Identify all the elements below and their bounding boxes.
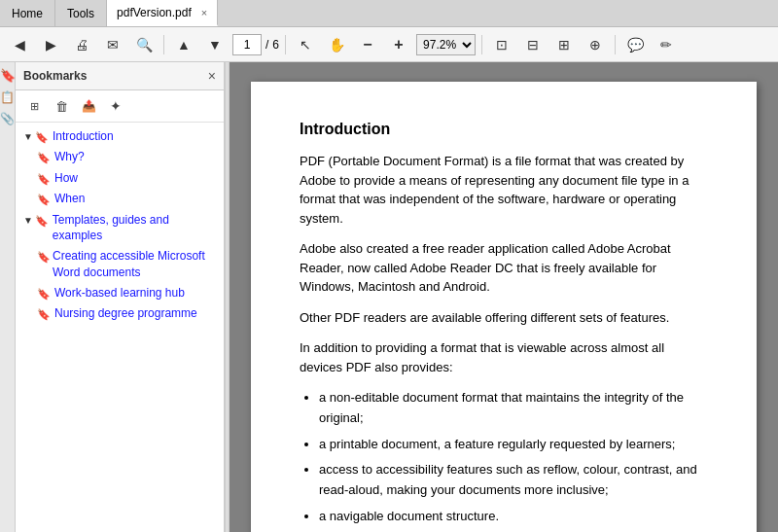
bookmark-work-label: Work-based learning hub [54, 285, 185, 301]
pdf-bullet-4: a navigable document structure. [319, 507, 708, 527]
tools-tab-label: Tools [67, 7, 94, 20]
layers-icon[interactable]: 📋 [0, 90, 15, 104]
bookmark-folder-icon: 🔖 [35, 130, 49, 145]
page-separator: / [265, 38, 268, 52]
pdf-bullet-1: a non-editable document format that main… [319, 388, 708, 429]
back-button[interactable]: ◀ [6, 31, 33, 58]
bookmark-item-icon: 🔖 [37, 151, 51, 165]
fit-page-button[interactable]: ⊡ [488, 31, 515, 58]
email-icon: ✉ [107, 37, 119, 53]
hand-tool-icon: ✋ [329, 37, 345, 53]
bookmark-creating-label: Creating accessible Microsoft Word docum… [53, 248, 220, 281]
separator2 [285, 35, 286, 54]
expand-templates-icon: ▼ [23, 214, 33, 228]
page-number-input[interactable] [232, 34, 262, 55]
total-pages: 6 [272, 38, 279, 52]
pdf-paragraph-3: Other PDF readers are available offering… [300, 308, 708, 328]
expand-icon: ⊞ [30, 100, 39, 113]
main-area: 🔖 📋 📎 Bookmarks × ⊞ 🗑 📤 ✦ ▼ [0, 62, 778, 532]
bookmark-item-icon3: 🔖 [37, 287, 51, 301]
bookmark-templates[interactable]: ▼ 🔖 Templates, guides and examples [16, 210, 224, 247]
zoom-in-icon: + [394, 36, 403, 53]
comment-button[interactable]: 💬 [621, 31, 649, 58]
bookmark-when[interactable]: 🔖 When [16, 189, 224, 209]
print-button[interactable]: 🖨 [68, 31, 95, 58]
pdf-tab[interactable]: pdfVersion.pdf × [107, 0, 218, 26]
export-button[interactable]: 📤 [76, 94, 101, 118]
pdf-bullet-2: a printable document, a feature regularl… [319, 435, 708, 455]
pdf-paragraph-1: PDF (Portable Document Format) is a file… [300, 152, 708, 228]
export-icon: 📤 [82, 99, 96, 113]
bookmark-introduction-label: Introduction [53, 128, 114, 145]
delete-bookmark-button[interactable]: 🗑 [49, 94, 74, 118]
zoom-out-icon: − [363, 36, 371, 53]
pdf-paragraph-4: In addition to providing a format that i… [300, 338, 708, 376]
actual-size-button[interactable]: ⊞ [550, 31, 578, 58]
close-tab-icon[interactable]: × [201, 7, 207, 18]
email-button[interactable]: ✉ [99, 31, 126, 58]
bookmark-item-icon: 🔖 [37, 172, 51, 187]
pdf-page: Introduction PDF (Portable Document Form… [251, 82, 757, 532]
pdf-area[interactable]: Introduction PDF (Portable Document Form… [230, 62, 778, 532]
zoom-select[interactable]: 97.2% 50% 75% 100% 125% 150% [416, 34, 476, 55]
bookmarks-tree: ▼ 🔖 Introduction 🔖 Why? 🔖 How 🔖 When ▼ 🔖… [16, 123, 224, 532]
fit-width-button[interactable]: ⊟ [519, 31, 547, 58]
home-tab[interactable]: Home [0, 0, 55, 26]
bookmark-why[interactable]: 🔖 Why? [16, 147, 224, 167]
cursor-tool-button[interactable]: ↖ [292, 31, 319, 58]
fit-width-icon: ⊟ [527, 37, 539, 53]
add-bookmark-button[interactable]: ✦ [103, 94, 128, 118]
forward-icon: ▶ [46, 37, 56, 53]
separator1 [163, 35, 164, 54]
toolbar: ◀ ▶ 🖨 ✉ 🔍 ▲ ▼ / 6 ↖ ✋ − + 97.2% 50% 75% … [0, 27, 778, 62]
bookmark-item-icon2: 🔖 [37, 250, 49, 265]
bookmark-nursing[interactable]: 🔖 Nursing degree programme [16, 303, 224, 324]
bookmark-work[interactable]: 🔖 Work-based learning hub [16, 283, 224, 303]
hand-tool-button[interactable]: ✋ [323, 31, 350, 58]
bookmark-how-label: How [54, 170, 78, 187]
next-page-button[interactable]: ▼ [201, 31, 229, 58]
separator3 [481, 35, 482, 54]
next-page-icon: ▼ [208, 37, 222, 53]
bookmark-item-icon: 🔖 [37, 193, 51, 207]
actual-size-icon: ⊞ [558, 37, 570, 53]
cursor-tool-icon: ↖ [300, 37, 311, 53]
attachments-icon[interactable]: 📎 [0, 112, 15, 125]
search-button[interactable]: 🔍 [130, 31, 158, 58]
expand-intro-icon: ▼ [23, 130, 33, 144]
prev-page-icon: ▲ [177, 37, 191, 53]
expand-all-button[interactable]: ⊞ [21, 94, 47, 118]
bookmark-creating[interactable]: 🔖 Creating accessible Microsoft Word doc… [16, 246, 224, 283]
bookmark-nursing-label: Nursing degree programme [54, 305, 197, 322]
page-input-group: / 6 [232, 34, 279, 55]
sidebar-title: Bookmarks [23, 69, 87, 83]
bookmark-panel-icon[interactable]: 🔖 [0, 68, 16, 83]
sidebar: Bookmarks × ⊞ 🗑 📤 ✦ ▼ 🔖 Introduction [16, 62, 225, 532]
left-icon-bar: 🔖 📋 📎 [0, 62, 16, 532]
forward-button[interactable]: ▶ [37, 31, 64, 58]
back-icon: ◀ [15, 37, 25, 53]
sidebar-close-button[interactable]: × [208, 68, 216, 84]
home-tab-label: Home [12, 7, 43, 20]
bookmark-introduction[interactable]: ▼ 🔖 Introduction [16, 126, 224, 147]
pdf-title: Introduction [300, 121, 708, 138]
search-icon: 🔍 [136, 37, 153, 53]
pdf-tab-label: pdfVersion.pdf [117, 6, 192, 19]
comment-icon: 💬 [627, 37, 644, 53]
form-button[interactable]: ⊕ [582, 31, 609, 58]
bookmark-why-label: Why? [54, 149, 85, 165]
print-icon: 🖨 [75, 37, 88, 53]
delete-icon: 🗑 [55, 99, 68, 114]
pdf-paragraph-2: Adobe also created a free reader applica… [300, 239, 708, 297]
bookmark-how[interactable]: 🔖 How [16, 168, 224, 189]
fit-page-icon: ⊡ [496, 37, 508, 53]
zoom-out-button[interactable]: − [354, 31, 381, 58]
highlight-button[interactable]: ✏ [653, 31, 680, 58]
add-icon: ✦ [110, 98, 122, 114]
pdf-bullet-3: access to accessibility features such as… [319, 460, 708, 501]
zoom-in-button[interactable]: + [385, 31, 412, 58]
pdf-bullet-list: a non-editable document format that main… [319, 388, 708, 527]
prev-page-button[interactable]: ▲ [170, 31, 197, 58]
bookmark-folder-icon2: 🔖 [35, 214, 49, 229]
tools-tab[interactable]: Tools [55, 0, 107, 26]
